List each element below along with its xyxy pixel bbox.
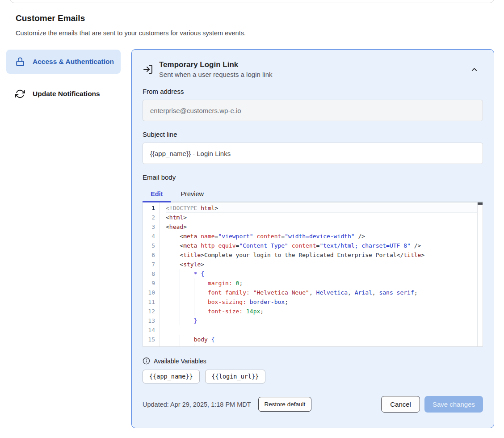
indent-guide <box>180 344 180 346</box>
subject-line-label: Subject line <box>143 131 483 138</box>
variable-chip[interactable]: {{app_name}} <box>143 370 200 383</box>
line-number: 1 <box>143 203 155 213</box>
email-body-tabbar: Edit Preview <box>143 186 483 202</box>
code-line[interactable]: * { <box>166 269 477 278</box>
line-number: 7 <box>143 260 155 269</box>
code-line[interactable]: <head> <box>166 222 477 232</box>
line-number: 5 <box>143 241 155 250</box>
restore-default-button[interactable]: Restore default <box>258 397 312 412</box>
save-changes-button[interactable]: Save changes <box>424 396 483 413</box>
line-number: 13 <box>143 316 155 325</box>
editor-line-numbers: 12345678910111213141516 <box>143 202 160 346</box>
previous-card-bottom-edge <box>10 0 494 3</box>
code-line[interactable]: box-sizing: border-box; <box>166 297 477 307</box>
code-line[interactable] <box>166 325 477 335</box>
line-number: 2 <box>143 213 155 222</box>
indent-guide <box>180 307 180 316</box>
code-line[interactable]: <!DOCTYPE html> <box>166 203 477 213</box>
indent-guide <box>180 278 180 288</box>
code-line[interactable]: font-family: "Helvetica Neue", Helvetica… <box>166 288 477 297</box>
indent-guide <box>180 297 180 307</box>
panel-title: Temporary Login Link <box>159 60 462 69</box>
chevron-up-icon <box>470 65 479 74</box>
collapse-panel-button[interactable] <box>468 63 480 76</box>
panel-footer: Updated: Apr 29, 2025, 1:18 PM MDT Resto… <box>143 396 483 413</box>
variable-chips: {{app_name}}{{login_url}} <box>143 370 483 383</box>
code-line[interactable]: <style> <box>166 260 477 269</box>
code-line[interactable]: margin: 0; <box>166 278 477 288</box>
variable-chip[interactable]: {{login_url}} <box>205 370 266 383</box>
sidebar-item-access-authentication[interactable]: Access & Authentication <box>6 50 121 74</box>
code-line[interactable]: <html> <box>166 213 477 222</box>
code-line[interactable]: <meta name="viewport" content="width=dev… <box>166 232 477 241</box>
line-number: 12 <box>143 307 155 316</box>
line-number: 16 <box>143 344 155 347</box>
page-title: Customer Emails <box>16 13 85 23</box>
line-number: 14 <box>143 325 155 335</box>
indent-guide <box>180 335 180 344</box>
email-body-code-editor[interactable]: 12345678910111213141516 <!DOCTYPE html><… <box>143 202 483 347</box>
refresh-icon <box>15 89 25 99</box>
line-number: 8 <box>143 269 155 278</box>
sidebar-item-label: Update Notifications <box>33 90 100 98</box>
email-types-sidebar: Access & Authentication Update Notificat… <box>6 50 121 105</box>
code-line[interactable]: body { <box>166 335 477 344</box>
editor-scrollbar-thumb[interactable] <box>478 202 483 205</box>
temporary-login-link-panel: Temporary Login Link Sent when a user re… <box>131 49 494 428</box>
indent-guide <box>194 278 194 288</box>
editor-code-area: <!DOCTYPE html><html><head> <meta name="… <box>160 202 477 346</box>
info-icon <box>143 357 150 365</box>
indent-guide <box>194 297 194 307</box>
available-variables-label: Available Variables <box>154 358 206 365</box>
line-number: 9 <box>143 278 155 288</box>
line-number: 11 <box>143 297 155 307</box>
indent-guide <box>180 288 180 297</box>
available-variables-header: Available Variables <box>143 357 483 365</box>
indent-guide <box>194 307 194 316</box>
lock-icon <box>15 57 25 67</box>
line-number: 3 <box>143 222 155 232</box>
sidebar-item-label: Access & Authentication <box>33 56 114 67</box>
panel-subtitle: Sent when a user requests a login link <box>159 71 462 78</box>
code-line[interactable]: <title>Complete your login to the Replic… <box>166 250 477 260</box>
line-number: 4 <box>143 232 155 241</box>
panel-header: Temporary Login Link Sent when a user re… <box>143 60 483 78</box>
editor-scrollbar[interactable] <box>477 202 483 346</box>
line-number: 6 <box>143 250 155 260</box>
tab-edit[interactable]: Edit <box>143 186 171 202</box>
indent-guide <box>180 269 180 278</box>
code-line[interactable]: <meta http-equiv="Content-Type" content=… <box>166 241 477 250</box>
from-address-label: From address <box>143 88 483 95</box>
line-number: 10 <box>143 288 155 297</box>
cancel-button[interactable]: Cancel <box>381 396 420 413</box>
indent-guide <box>180 316 180 325</box>
updated-timestamp: Updated: Apr 29, 2025, 1:18 PM MDT <box>143 401 251 408</box>
page-subtitle: Customize the emails that are sent to yo… <box>16 29 246 37</box>
code-line[interactable]: font-size: 14px; <box>166 307 477 316</box>
sidebar-item-update-notifications[interactable]: Update Notifications <box>6 83 121 105</box>
email-body-label: Email body <box>143 173 483 181</box>
indent-guide <box>194 288 194 297</box>
indent-guide <box>194 344 194 346</box>
log-in-icon <box>143 64 153 75</box>
subject-line-input[interactable] <box>143 143 483 164</box>
tab-preview[interactable]: Preview <box>172 186 212 202</box>
code-line[interactable]: } <box>166 316 477 325</box>
line-number: 15 <box>143 335 155 344</box>
from-address-input <box>143 100 483 121</box>
code-line[interactable]: background-color: #f9f9f9; <box>166 344 477 346</box>
